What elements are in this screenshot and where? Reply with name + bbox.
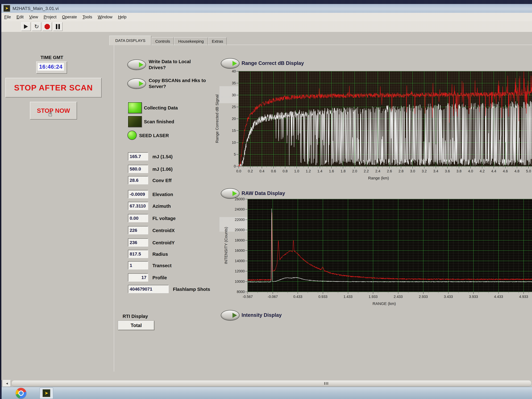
labview-taskbar-button[interactable]: ➤ xyxy=(40,387,53,399)
tab-housekeeping[interactable]: Housekeeping xyxy=(174,37,208,45)
switch-arrow-icon xyxy=(139,62,144,67)
tab-controls[interactable]: Controls xyxy=(152,37,174,45)
taskbar: ➤ xyxy=(0,387,532,399)
elevation-value: -0.0009 xyxy=(128,190,148,198)
labview-icon: ➤ xyxy=(43,389,50,397)
scroll-left-icon: ◄ xyxy=(5,382,8,385)
menu-window[interactable]: Window xyxy=(98,15,112,19)
chrome-icon[interactable] xyxy=(16,388,26,399)
range-correct-toggle[interactable] xyxy=(221,58,239,68)
flashlamp-shots-value: 404679071 xyxy=(128,285,169,293)
radius-value: 817.5 xyxy=(128,250,148,258)
raw-data-toggle[interactable] xyxy=(221,189,239,198)
tab-extras[interactable]: Extras xyxy=(208,37,227,45)
seed-laser-label: SEED LASER xyxy=(139,133,169,139)
range-correct-db-chart: 0.00.20.40.60.81.01.21.41.61.82.02.22.42… xyxy=(239,71,532,166)
conv-eff-value: 28.6 xyxy=(128,176,148,184)
front-panel: DATA DISPLAYS Controls Housekeeping Extr… xyxy=(1,32,532,380)
mj154-value: 165.7 xyxy=(128,152,148,160)
raw-data-header: RAW Data Display xyxy=(241,190,285,196)
stop-now-button[interactable]: STOP NOW xyxy=(30,102,77,120)
menu-tools[interactable]: Tools xyxy=(82,15,92,19)
menu-edit[interactable]: Edit xyxy=(17,15,24,19)
write-data-label: Write Data to Local Drives? xyxy=(149,58,205,70)
intensity-display-header: Intensity Display xyxy=(241,312,282,318)
menu-bar: File Edit View Project Operate Tools Win… xyxy=(1,13,532,21)
x-axis-title: RANGE (km) xyxy=(373,301,396,306)
centroidx-value: 226 xyxy=(128,226,148,234)
seed-laser-led xyxy=(127,131,137,140)
elevation-label: Elevation xyxy=(152,192,173,197)
run-continuous-button[interactable]: ↻ xyxy=(32,22,41,31)
window-title: M2HATS_Main_3.01.vi xyxy=(13,6,59,11)
monitor-bezel-top xyxy=(0,0,532,4)
y-axis-title: INTENSITY (Counts) xyxy=(224,199,228,292)
scan-finished-led xyxy=(128,116,142,127)
switch-arrow-icon xyxy=(139,81,144,86)
centroidx-label: CentroidX xyxy=(152,228,175,233)
azimuth-label: Azimuth xyxy=(152,203,171,209)
copy-bscans-switch[interactable] xyxy=(128,79,146,89)
rti-display-select[interactable]: Total xyxy=(118,321,154,330)
time-gmt-display: 16:46:24 xyxy=(36,61,67,74)
profile-value: 17 xyxy=(128,273,148,282)
time-gmt-value: 16:46:24 xyxy=(39,63,63,70)
switch-arrow-icon xyxy=(233,61,237,66)
horizontal-scrollbar: ◄ xyxy=(1,380,532,387)
conv-eff-label: Conv Eff xyxy=(152,178,171,183)
centroidy-label: CentroidY xyxy=(152,240,175,245)
y-axis-title: Range Corrected dB Signal xyxy=(215,71,219,166)
menu-view[interactable]: View xyxy=(29,15,38,19)
menu-operate[interactable]: Operate xyxy=(62,15,77,19)
monitor-bezel-left xyxy=(0,380,2,399)
intensity-display-toggle[interactable] xyxy=(221,310,239,320)
menu-file[interactable]: File xyxy=(4,15,11,19)
profile-label: Profile xyxy=(152,275,167,280)
switch-arrow-icon xyxy=(233,313,237,318)
centroidy-value: 236 xyxy=(128,238,148,247)
transect-label: Transect xyxy=(152,263,171,268)
collecting-data-label: Collecting Data xyxy=(144,105,178,111)
stop-after-scan-button[interactable]: STOP AFTER SCAN xyxy=(5,78,101,97)
continuous-run-icon: ↻ xyxy=(34,24,39,29)
title-bar: ➤ M2HATS_Main_3.01.vi xyxy=(1,4,532,13)
run-arrow-icon xyxy=(24,24,28,29)
fl-voltage-value: 0.00 xyxy=(128,214,148,222)
time-gmt-label: TIME GMT xyxy=(35,55,69,60)
azimuth-value: 67.3110 xyxy=(128,202,148,210)
mj106-label: mJ (1.06) xyxy=(152,166,173,172)
mj154-label: mJ (1.54) xyxy=(152,154,173,159)
raw-data-chart: -0.567-0.0670.4330.9331.4331.9332.4332.9… xyxy=(248,199,532,292)
x-axis-title: Range (km) xyxy=(368,176,389,180)
labview-vi-icon: ➤ xyxy=(3,5,10,12)
radius-label: Radius xyxy=(152,252,168,257)
scan-finished-label: Scan finished xyxy=(144,119,174,125)
tab-data-displays[interactable]: DATA DISPLAYS xyxy=(109,36,151,45)
switch-arrow-icon xyxy=(233,191,237,196)
scroll-left-button[interactable]: ◄ xyxy=(3,380,11,387)
run-button[interactable] xyxy=(21,22,31,31)
pause-icon xyxy=(56,24,60,29)
rti-display-label: RTI Display xyxy=(116,314,155,319)
copy-bscans-label: Copy BSCANs and Hks to Server? xyxy=(149,77,207,89)
hand-cursor-icon: ☝ xyxy=(48,110,52,118)
scrollbar-grip[interactable] xyxy=(324,382,328,385)
menu-help[interactable]: Help xyxy=(118,15,127,19)
range-correct-header: Range Correct dB Display xyxy=(241,60,304,66)
collecting-data-led xyxy=(128,102,142,113)
mj106-value: 580.0 xyxy=(128,165,148,173)
toolbar: ↻ xyxy=(1,21,532,32)
abort-button[interactable] xyxy=(43,22,52,31)
transect-value: 1 xyxy=(128,261,148,269)
menu-project[interactable]: Project xyxy=(44,15,57,19)
fl-voltage-label: FL voltage xyxy=(152,216,176,221)
scrollbar-track[interactable] xyxy=(12,380,531,386)
pause-button[interactable] xyxy=(53,22,63,31)
abort-octagon-icon xyxy=(44,24,50,29)
write-data-switch[interactable] xyxy=(128,60,146,70)
flashlamp-shots-label: Flashlamp Shots xyxy=(173,287,210,292)
